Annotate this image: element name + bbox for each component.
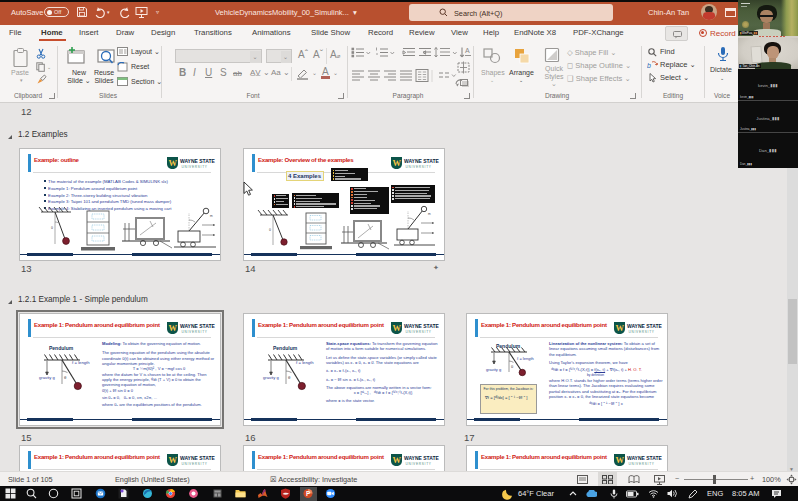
svg-text:WAYNE STATE: WAYNE STATE bbox=[180, 455, 216, 461]
svg-text:W: W bbox=[393, 323, 402, 333]
svg-text:WAYNE STATE: WAYNE STATE bbox=[627, 323, 663, 329]
svg-text:UNIVERSITY: UNIVERSITY bbox=[406, 165, 432, 169]
svg-text:b: b bbox=[647, 62, 651, 69]
svg-text:UNIVERSITY: UNIVERSITY bbox=[406, 462, 432, 466]
svg-text:θ: θ bbox=[511, 364, 514, 369]
svg-text:WAYNE STATE: WAYNE STATE bbox=[180, 158, 216, 164]
svg-text:W: W bbox=[169, 455, 178, 465]
svg-text:UNIVERSITY: UNIVERSITY bbox=[629, 462, 655, 466]
svg-text:WAYNE STATE: WAYNE STATE bbox=[404, 158, 440, 164]
svg-text:θ: θ bbox=[51, 226, 53, 230]
svg-text:θ: θ bbox=[269, 228, 271, 232]
svg-text:WAYNE STATE: WAYNE STATE bbox=[404, 455, 440, 461]
svg-text:m: m bbox=[210, 214, 213, 218]
svg-text:WAYNE STATE: WAYNE STATE bbox=[627, 455, 663, 461]
svg-text:θ: θ bbox=[288, 375, 291, 380]
svg-text:θ: θ bbox=[64, 375, 67, 380]
svg-text:W: W bbox=[393, 455, 402, 465]
svg-text:UNIVERSITY: UNIVERSITY bbox=[182, 462, 208, 466]
svg-text:WAYNE STATE: WAYNE STATE bbox=[180, 323, 216, 329]
svg-text:P: P bbox=[306, 490, 311, 497]
svg-text:W: W bbox=[169, 323, 178, 333]
svg-text:UNIVERSITY: UNIVERSITY bbox=[182, 330, 208, 334]
svg-text:W: W bbox=[169, 158, 178, 168]
svg-text:UNIVERSITY: UNIVERSITY bbox=[182, 165, 208, 169]
svg-text:WAYNE STATE: WAYNE STATE bbox=[404, 323, 440, 329]
svg-text:W: W bbox=[616, 323, 625, 333]
svg-text:W: W bbox=[616, 455, 625, 465]
svg-text:UNIVERSITY: UNIVERSITY bbox=[406, 330, 432, 334]
svg-text:W: W bbox=[393, 158, 402, 168]
svg-text:m: m bbox=[428, 212, 431, 216]
svg-text:A: A bbox=[465, 47, 470, 54]
svg-text:UNIVERSITY: UNIVERSITY bbox=[629, 330, 655, 334]
